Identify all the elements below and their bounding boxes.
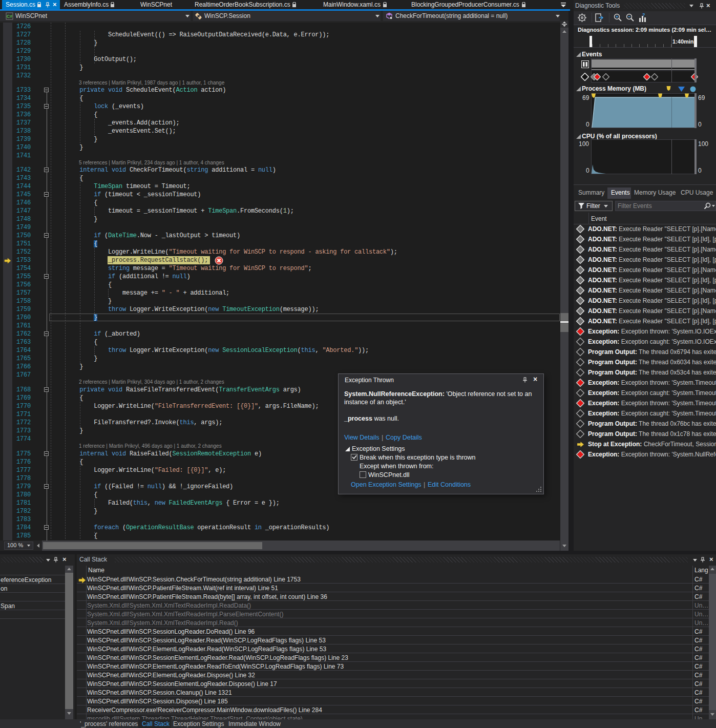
svg-text:?: ? xyxy=(642,13,645,17)
svg-text:C#: C# xyxy=(7,14,13,19)
